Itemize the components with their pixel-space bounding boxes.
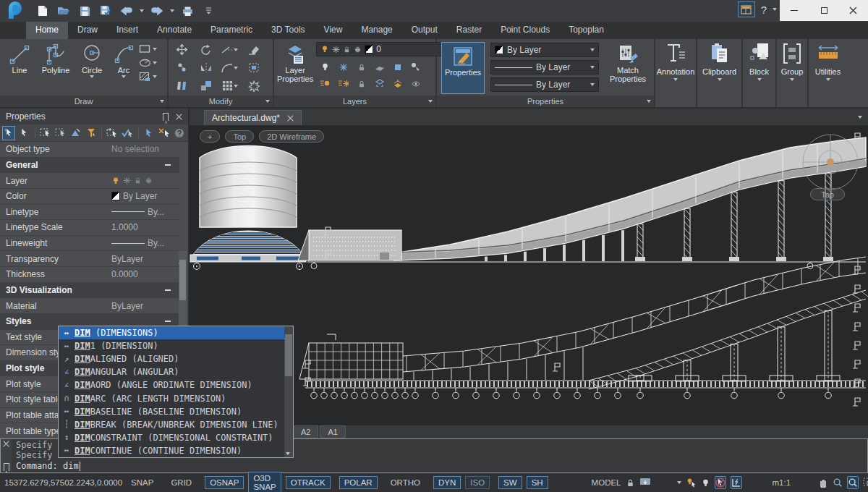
copy-button[interactable] bbox=[176, 62, 188, 73]
select-button[interactable] bbox=[17, 126, 30, 140]
layer-visibility-button[interactable] bbox=[411, 80, 421, 88]
layer-off-button[interactable] bbox=[320, 62, 330, 72]
layer-walk-button[interactable] bbox=[375, 79, 385, 88]
document-tab[interactable]: Archtectural.dwg* bbox=[204, 110, 302, 125]
tab-parametric[interactable]: Parametric bbox=[201, 22, 262, 39]
app-logo-icon[interactable] bbox=[0, 0, 30, 22]
annotation-button[interactable]: Annotation bbox=[655, 39, 696, 107]
layer-freeze-lines-button[interactable] bbox=[338, 79, 349, 88]
circle-dropdown-icon[interactable] bbox=[90, 75, 94, 78]
dynamic-ucs-icon[interactable] bbox=[731, 476, 742, 489]
toggle-sw[interactable]: SW bbox=[498, 476, 522, 489]
document-close-icon[interactable] bbox=[287, 115, 294, 122]
minimize-button[interactable] bbox=[780, 0, 809, 21]
tab-bar-menu-icon[interactable] bbox=[858, 116, 862, 119]
toggle-sh[interactable]: SH bbox=[527, 476, 548, 489]
layer-on-lines-button[interactable] bbox=[320, 79, 331, 88]
annotation-monitor-icon[interactable] bbox=[639, 476, 651, 489]
model-space-button[interactable]: MODEL bbox=[592, 478, 621, 487]
group-dropdown-icon[interactable] bbox=[790, 78, 794, 81]
lighting-select-icon[interactable] bbox=[686, 476, 697, 489]
autocomplete-item[interactable]: ∩DIMARC (ARC LENGTH DIMENSION) bbox=[59, 391, 284, 404]
undo-dropdown-icon[interactable] bbox=[140, 9, 144, 12]
linetype-combo-dropdown-icon[interactable] bbox=[590, 83, 595, 86]
autocomplete-item[interactable]: ↕DIMCONSTRAINT (DIMENSIONAL CONSTRAINT) bbox=[59, 431, 284, 444]
autocomplete-item[interactable]: ↔DIM (DIMENSIONS) bbox=[59, 326, 284, 339]
deselect-button[interactable] bbox=[158, 126, 171, 140]
erase-button[interactable] bbox=[248, 45, 260, 55]
autocomplete-item[interactable]: ↔DIMCONTINUE (CONTINUE DIMENSION) bbox=[59, 444, 284, 457]
hatch-button[interactable] bbox=[139, 72, 157, 82]
tab-output[interactable]: Output bbox=[402, 22, 447, 39]
move-button[interactable] bbox=[176, 43, 188, 56]
offset-button[interactable] bbox=[248, 62, 260, 73]
properties-panel-label[interactable]: Properties bbox=[437, 96, 654, 107]
autocomplete-item[interactable]: ↗DIMALIGNED (ALIGNED) bbox=[59, 352, 284, 365]
property-row-lineweight[interactable]: LineweightBy... bbox=[0, 236, 179, 252]
redo-dropdown-icon[interactable] bbox=[170, 9, 174, 12]
toggle-o3dsnap[interactable]: O3D SNAP bbox=[248, 472, 281, 492]
select-window-button[interactable] bbox=[38, 126, 51, 140]
help-button[interactable]: ? bbox=[761, 4, 767, 16]
toggle-iso[interactable]: ISO bbox=[465, 476, 490, 489]
palette-help-icon[interactable] bbox=[173, 126, 186, 140]
new-file-icon[interactable] bbox=[35, 4, 51, 18]
property-row[interactable]: Thickness0.0000 bbox=[0, 267, 179, 283]
modify-panel-expand-icon[interactable] bbox=[265, 100, 270, 103]
collapse-icon[interactable] bbox=[165, 289, 171, 291]
undo-icon[interactable] bbox=[119, 4, 135, 18]
line-button[interactable]: Line bbox=[3, 42, 36, 94]
move-selection-button[interactable] bbox=[106, 126, 119, 140]
toggle-dyn[interactable]: DYN bbox=[433, 476, 461, 489]
autocomplete-item[interactable]: ∠DIMAORD (ANGLE ORDINATE DIMENSION) bbox=[59, 378, 284, 391]
zoom-window-icon[interactable] bbox=[847, 476, 859, 489]
qat-customize-icon[interactable] bbox=[200, 4, 216, 18]
properties-big-button[interactable]: Properties bbox=[441, 42, 485, 94]
layers-panel-label[interactable]: Layers bbox=[274, 96, 435, 107]
annotation-dropdown-icon[interactable] bbox=[673, 78, 678, 81]
close-button[interactable] bbox=[838, 0, 868, 21]
layer-properties-button[interactable]: Layer Properties bbox=[277, 42, 313, 94]
quick-select-button[interactable] bbox=[142, 126, 155, 140]
draw-panel-expand-icon[interactable] bbox=[160, 100, 164, 103]
layer-merge-button[interactable] bbox=[393, 79, 403, 88]
palette-close-icon[interactable] bbox=[176, 114, 182, 120]
autocomplete-item[interactable]: ↔DIMBASELINE (BASELINE DIMENSION) bbox=[59, 405, 284, 418]
viewport-lock-icon[interactable] bbox=[626, 476, 635, 489]
tab-view[interactable]: View bbox=[315, 22, 352, 39]
layer-lock-button[interactable] bbox=[357, 63, 366, 72]
trim-button[interactable] bbox=[221, 46, 238, 54]
draw-panel-label[interactable]: Draw bbox=[0, 96, 167, 107]
layers-panel-expand-icon[interactable] bbox=[428, 100, 433, 103]
ellipse-dropdown-icon[interactable] bbox=[153, 62, 157, 64]
viewport-add-button[interactable]: + bbox=[200, 130, 220, 143]
tab-insert[interactable]: Insert bbox=[107, 22, 148, 39]
command-prompt[interactable]: Command: dim bbox=[16, 460, 867, 472]
layout-tab-a2[interactable]: A2 bbox=[293, 425, 318, 438]
toggle-osnap[interactable]: OSNAP bbox=[205, 476, 244, 489]
polyline-button[interactable]: Polyline bbox=[36, 42, 75, 94]
layout-tab-a1[interactable]: A1 bbox=[320, 425, 345, 438]
lineweight-combo[interactable]: By Layer bbox=[490, 60, 599, 75]
drawing-explorer-icon[interactable] bbox=[738, 1, 755, 17]
select-fence-button[interactable] bbox=[69, 126, 82, 140]
toggle-polar[interactable]: POLAR bbox=[339, 476, 378, 489]
color-combo[interactable]: By Layer bbox=[490, 43, 599, 57]
toggle-otrack[interactable]: OTRACK bbox=[286, 476, 331, 489]
fillet-dropdown-icon[interactable] bbox=[234, 67, 238, 69]
circle-button[interactable]: Circle bbox=[75, 42, 109, 94]
collapse-icon[interactable] bbox=[165, 164, 171, 166]
block-dropdown-icon[interactable] bbox=[757, 78, 762, 81]
arc-button[interactable]: Arc bbox=[109, 42, 139, 94]
ellipse-button[interactable] bbox=[139, 58, 157, 68]
color-combo-dropdown-icon[interactable] bbox=[590, 48, 595, 51]
annotation-scale-readout[interactable]: m1:1 bbox=[773, 478, 791, 487]
property-row[interactable]: MaterialByLayer bbox=[0, 298, 179, 314]
clipboard-dropdown-icon[interactable] bbox=[718, 78, 722, 81]
select-crossing-button[interactable] bbox=[54, 126, 67, 140]
arc-dropdown-icon[interactable] bbox=[122, 75, 126, 78]
toggle-ortho[interactable]: ORTHO bbox=[386, 477, 425, 488]
navigation-wheel[interactable] bbox=[803, 135, 858, 190]
rotate-button[interactable] bbox=[200, 44, 212, 56]
rectangle-button[interactable] bbox=[139, 44, 157, 54]
